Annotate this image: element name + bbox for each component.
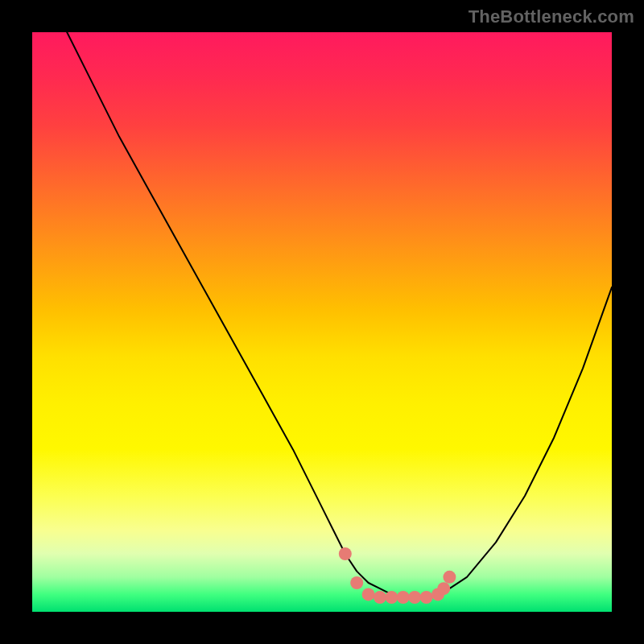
bottleneck-curve <box>67 32 612 597</box>
marker-dot <box>437 582 450 595</box>
plot-area <box>32 32 612 612</box>
curve-svg <box>32 32 612 612</box>
marker-dot <box>350 576 363 589</box>
marker-dot <box>397 591 410 604</box>
marker-dot <box>385 591 398 604</box>
attribution-text: TheBottleneck.com <box>469 6 634 27</box>
marker-dot <box>339 547 352 560</box>
marker-dot <box>362 588 375 601</box>
marker-dot <box>443 571 456 584</box>
chart-container: TheBottleneck.com <box>0 0 644 644</box>
marker-dot <box>374 591 386 604</box>
marker-dot <box>408 591 421 604</box>
marker-dot <box>420 591 433 604</box>
highlight-markers <box>339 547 456 604</box>
